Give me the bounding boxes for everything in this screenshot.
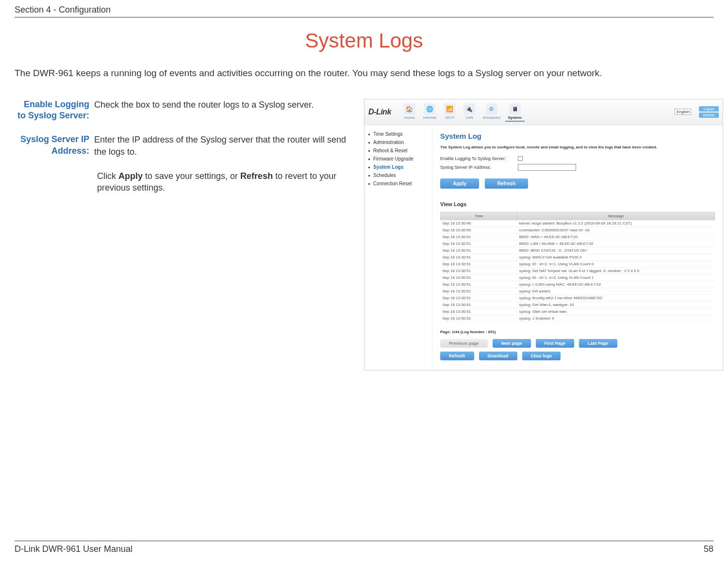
viewlogs-heading: View Logs xyxy=(440,201,715,207)
cell-message: syslog: Set NAT forqwst val: ULan 0 id 1… xyxy=(517,267,715,274)
table-row: Sep 18 13:30:51syslog: br0 added. xyxy=(441,288,715,294)
cell-time: Sep 18 13:30:51 xyxy=(441,294,517,301)
form-label-ip: Syslog Server IP Address: xyxy=(440,165,513,170)
sidebar-item-connreset[interactable]: Connection Reset xyxy=(368,179,428,188)
table-row: Sep 18 13:30:51BRID: LAN / WLAN0 = 48:EE… xyxy=(441,240,715,247)
cell-time: Sep 18 13:30:51 xyxy=(441,308,517,315)
clear-logs-button[interactable]: Clear logs xyxy=(522,352,561,360)
note-pre: Click xyxy=(97,171,118,181)
cell-time: Sep 18 13:30:51 xyxy=(441,274,517,281)
table-row: Sep 18 13:30:50commander: CSID0001001F r… xyxy=(441,226,715,233)
page-footer: D-Link DWR-961 User Manual 58 xyxy=(15,541,713,554)
tab-internet-label: Internet xyxy=(423,115,436,120)
tab-internet[interactable]: 🌐Internet xyxy=(420,102,439,122)
cell-message: syslog: 1 Enabled: 0 xyxy=(517,315,715,322)
footer-left: D-Link DWR-961 User Manual xyxy=(15,544,132,554)
last-page-button[interactable]: Last Page xyxy=(579,339,617,348)
refresh-button[interactable]: Refresh xyxy=(699,113,719,118)
cell-message: syslog: ID : id=2, n=1, Using VLAN Count… xyxy=(517,260,715,267)
cell-message: syslog: ifconfig eth2.1 hw ether 48EE0CA… xyxy=(517,294,715,301)
router-sidebar: Time Settings Administration Reboot & Re… xyxy=(364,125,432,370)
lan-icon: 🔌 xyxy=(463,103,475,115)
corner-buttons: Logout Refresh xyxy=(699,106,719,118)
cell-time: Sep 18 13:30:50 xyxy=(441,226,517,233)
cell-time: Sep 18 13:30:51 xyxy=(441,288,517,294)
cell-message: BRID: LAN / WLAN0 = 48:EE:0C:AB:E7:02 xyxy=(517,240,715,247)
panel-desc: The System Log allows you to configure l… xyxy=(440,145,715,149)
cell-message: syslog: WAN 0 Get available PVID 2 xyxy=(517,254,715,260)
cell-time: Sep 18 13:30:48 xyxy=(441,220,517,226)
page-title: System Logs xyxy=(15,29,713,52)
cell-message: BRID: WAN = 48:EE:0C:AB:E7:01 xyxy=(517,233,715,240)
globe-icon: 🌐 xyxy=(424,103,435,115)
extra-note: Click Apply to save your settings, or Re… xyxy=(97,170,354,194)
sidebar-item-firmware[interactable]: Firmware Upgrade xyxy=(368,155,428,163)
router-topbar: D-Link 🏠Home 🌐Internet 📶Wi-Fi 🔌LAN ⚙Adva… xyxy=(364,99,723,125)
tab-advanced[interactable]: ⚙Advanced xyxy=(480,102,503,122)
apply-button[interactable]: Apply xyxy=(440,178,479,189)
cell-message: kernel: klogd started: BusyBox v1.3.2 (2… xyxy=(517,220,715,226)
dlink-logo: D-Link xyxy=(368,108,391,116)
router-body: Time Settings Administration Reboot & Re… xyxy=(364,125,723,370)
cell-message: syslog: br0 added. xyxy=(517,288,715,294)
ip-input[interactable] xyxy=(518,164,576,171)
tab-home[interactable]: 🏠Home xyxy=(401,102,418,122)
page-info: Page: 1/44 (Log Number : 651) xyxy=(440,330,715,334)
form-label-enable: Enable Logging To Syslog Server: xyxy=(440,156,513,161)
first-page-button[interactable]: First Page xyxy=(536,339,575,348)
tab-system-label: System xyxy=(508,115,522,120)
sidebar-item-admin[interactable]: Administration xyxy=(368,138,428,146)
table-row: Sep 18 13:30:51BRID: BRID STATUS : 0 , S… xyxy=(441,247,715,254)
sidebar-item-schedules[interactable]: Schedules xyxy=(368,171,428,179)
cell-time: Sep 18 13:30:51 xyxy=(441,301,517,308)
section-label: Section 4 - Configuration xyxy=(15,5,713,15)
table-row: Sep 18 13:30:51syslog: i: 0,Br0 using MA… xyxy=(441,281,715,288)
form-buttons: Apply Refresh xyxy=(440,178,715,189)
note-apply: Apply xyxy=(118,171,143,181)
logout-button[interactable]: Logout xyxy=(699,106,719,112)
cell-message: syslog: Start set virtual wan. xyxy=(517,308,715,315)
form-row-ip: Syslog Server IP Address: xyxy=(440,164,715,171)
cell-message: BRID: BRID STATUS : 0 , STATUS OK! xyxy=(517,247,715,254)
definitions: Enable Logging to Syslog Server: Check t… xyxy=(15,99,354,370)
th-message: Message xyxy=(517,212,715,220)
tab-lan[interactable]: 🔌LAN xyxy=(461,102,478,122)
tab-wifi-label: Wi-Fi xyxy=(446,115,455,120)
table-row: Sep 18 13:30:51syslog: ID : id=2, n=1, U… xyxy=(441,260,715,267)
router-screenshot: D-Link 🏠Home 🌐Internet 📶Wi-Fi 🔌LAN ⚙Adva… xyxy=(364,99,723,370)
refresh-form-button[interactable]: Refresh xyxy=(485,178,528,189)
prev-page-button[interactable]: Previous page xyxy=(440,339,488,348)
next-page-button[interactable]: Next page xyxy=(493,339,531,348)
cell-time: Sep 18 13:30:51 xyxy=(441,254,517,260)
cell-time: Sep 18 13:30:51 xyxy=(441,315,517,322)
def-desc-enable: Check the box to send the router logs to… xyxy=(92,99,354,122)
cell-message: syslog: i: 0,Br0 using MAC: 48:EE:0C:AB:… xyxy=(517,281,715,288)
language-select[interactable]: English xyxy=(675,109,691,115)
th-time: Time xyxy=(441,212,517,220)
note-mid: to save your settings, or xyxy=(143,171,240,181)
table-row: Sep 18 13:30:51syslog: Start set virtual… xyxy=(441,308,715,315)
note-refresh: Refresh xyxy=(240,171,273,181)
enable-checkbox[interactable] xyxy=(518,156,523,161)
download-button[interactable]: Download xyxy=(479,352,517,360)
table-row: Sep 18 13:30:51syslog: ID : id=1, n=2, U… xyxy=(441,274,715,281)
footer-right: 58 xyxy=(704,544,713,554)
system-icon: 🖥 xyxy=(509,103,521,115)
tab-wifi[interactable]: 📶Wi-Fi xyxy=(441,102,459,122)
def-row-enable: Enable Logging to Syslog Server: Check t… xyxy=(15,99,354,122)
tab-system[interactable]: 🖥System xyxy=(505,102,525,122)
sidebar-item-syslogs[interactable]: System Logs xyxy=(368,163,428,171)
sidebar-item-time[interactable]: Time Settings xyxy=(368,130,428,138)
cell-time: Sep 18 13:30:51 xyxy=(441,233,517,240)
table-row: Sep 18 13:30:51syslog: WAN 0 Get availab… xyxy=(441,254,715,260)
router-main: System Log The System Log allows you to … xyxy=(432,125,723,370)
router-ui: D-Link 🏠Home 🌐Internet 📶Wi-Fi 🔌LAN ⚙Adva… xyxy=(364,99,723,370)
tab-advanced-label: Advanced xyxy=(483,115,500,120)
cell-time: Sep 18 13:30:51 xyxy=(441,281,517,288)
cell-time: Sep 18 13:30:51 xyxy=(441,267,517,274)
sidebar-item-reboot[interactable]: Reboot & Reset xyxy=(368,146,428,155)
refresh-logs-button[interactable]: Refresh xyxy=(440,352,474,360)
nav-buttons-row2: Refresh Download Clear logs xyxy=(440,352,715,360)
log-table: Time Message Sep 18 13:30:48kernel: klog… xyxy=(440,212,715,322)
cell-time: Sep 18 13:30:51 xyxy=(441,247,517,254)
